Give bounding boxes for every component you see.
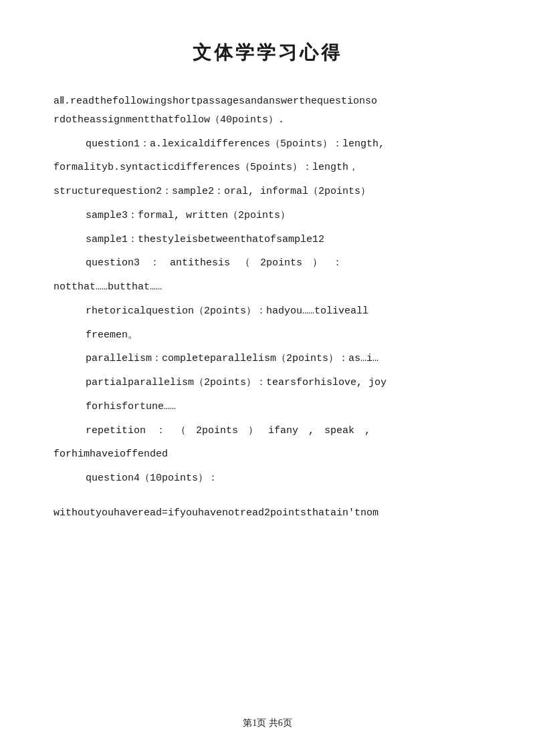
question3-line1: question3 ： antithesis （ 2points ） ： bbox=[54, 254, 481, 273]
rhetorical-line1: rhetoricalquestion（2points）：hadyou……toli… bbox=[54, 302, 481, 321]
page-footer: 第1页 共6页 bbox=[0, 717, 535, 729]
question1-line2: formalityb.syntacticdifferences（5points）… bbox=[54, 158, 481, 177]
parallelism: parallelism：completeparallelism（2points）… bbox=[54, 350, 481, 368]
intro-paragraph: aⅡ.readthefollowingshortpassagesandanswe… bbox=[54, 92, 481, 130]
question1-line1: question1：a.lexicaldifferences（5points）：… bbox=[54, 135, 481, 154]
bottom-text: withoutyouhaveread=ifyouhavenotread2poin… bbox=[54, 504, 481, 523]
partial2: forhisfortune…… bbox=[54, 398, 481, 416]
intro-line1: aⅡ.readthefollowingshortpassagesandanswe… bbox=[54, 96, 377, 107]
page-title: 文体学学习心得 bbox=[54, 40, 481, 66]
repetition-line1: repetition ： （ 2points ） ifany , speak , bbox=[54, 422, 481, 440]
intro-line2: rdotheassignmentthatfollow（40points）. bbox=[54, 114, 284, 126]
question4: question4（10points）： bbox=[54, 469, 481, 488]
rhetorical-line2: freemen。 bbox=[54, 326, 481, 345]
partial: partialparallelism（2points）：tearsforhisl… bbox=[54, 374, 481, 392]
sample3: sample3：formal, written（2points） bbox=[54, 207, 481, 225]
sample1: sample1：thestyleisbetweenthatofsample12 bbox=[54, 231, 481, 249]
main-content: aⅡ.readthefollowingshortpassagesandanswe… bbox=[54, 92, 481, 523]
repetition-line2: forhimhaveioffended bbox=[54, 445, 481, 464]
question3-line2: notthat……butthat…… bbox=[54, 278, 481, 297]
question1-line3: structurequestion2：sample2：oral, informa… bbox=[54, 182, 481, 201]
